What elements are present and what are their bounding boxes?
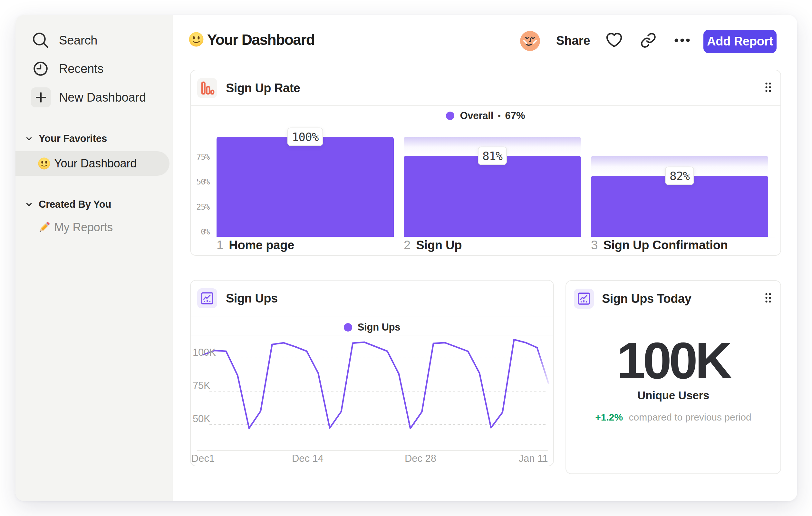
line-x-axis xyxy=(197,450,548,451)
funnel-step-name: Sign Up xyxy=(416,238,462,252)
funnel-step-label: 1Home page xyxy=(216,238,294,252)
line-chart-card: Sign Ups Sign Ups 100K75K50KDec1Dec 14De… xyxy=(190,280,554,466)
sidebar-item-label: Search xyxy=(59,33,97,47)
more-options-icon[interactable] xyxy=(673,32,691,49)
funnel-value-tooltip: 82% xyxy=(665,166,694,185)
line-x-tick: Dec1 xyxy=(192,453,214,464)
funnel-value-tooltip: 81% xyxy=(478,146,507,165)
avatar[interactable] xyxy=(520,31,540,51)
signups-series-line xyxy=(203,340,537,428)
metric-delta-row: +1.2% compared to previous period xyxy=(566,412,780,423)
metric-delta-value: +1.2% xyxy=(595,412,623,423)
funnel-baseline xyxy=(211,237,775,237)
smiley-emoji xyxy=(36,156,52,171)
sidebar-section-created-by-you[interactable]: Created By You xyxy=(16,195,173,214)
pencil-emoji xyxy=(36,219,52,236)
smiley-emoji xyxy=(189,32,203,46)
sidebar-item-label: New Dashboard xyxy=(59,91,146,105)
sidebar-section-title: Created By You xyxy=(39,199,111,210)
funnel-value-tooltip: 100% xyxy=(287,128,323,146)
line-y-tick: 50K xyxy=(193,413,210,425)
share-button[interactable]: Share xyxy=(556,34,590,48)
app-window: Search Recents New Dashboard Your Favori… xyxy=(16,15,797,501)
sidebar-item-my-reports[interactable]: My Reports xyxy=(16,215,170,240)
line-y-tick: 75K xyxy=(193,380,210,391)
funnel-step-label: 2Sign Up xyxy=(404,238,462,252)
funnel-card: Sign Up Rate Overall • 67% 75%50%25%0%10… xyxy=(190,70,781,256)
sidebar: Search Recents New Dashboard Your Favori… xyxy=(16,15,173,501)
drag-handle-icon[interactable] xyxy=(762,291,775,306)
metric-delta-note: compared to previous period xyxy=(629,412,751,423)
funnel-chart: 75%50%25%0%100%81%82%1Home page2Sign Up3… xyxy=(191,70,780,255)
chevron-down-icon xyxy=(25,135,33,142)
funnel-step-label: 3Sign Up Confirmation xyxy=(591,238,728,252)
chevron-down-icon xyxy=(25,200,33,208)
plus-icon xyxy=(31,87,51,107)
page-title: Your Dashboard xyxy=(207,31,315,48)
line-x-tick: Dec 14 xyxy=(292,453,323,464)
page-header: Your Dashboard Share xyxy=(173,15,797,62)
funnel-step-number: 2 xyxy=(404,238,410,252)
signups-line-chart: 100K75K50KDec1Dec 14Dec 28Jan 11 xyxy=(191,280,553,466)
sidebar-item-new-dashboard[interactable]: New Dashboard xyxy=(16,87,173,108)
main-area: Your Dashboard Share xyxy=(173,15,797,501)
clock-icon xyxy=(32,60,49,77)
signups-series-line-projection xyxy=(537,348,549,383)
sidebar-section-title: Your Favorites xyxy=(39,133,107,144)
copy-link-icon[interactable] xyxy=(640,32,656,48)
metric-card: Sign Ups Today 100K Unique Users +1.2% c… xyxy=(566,280,781,474)
sidebar-item-label: My Reports xyxy=(54,221,113,234)
line-x-tick: Jan 11 xyxy=(519,453,548,464)
sidebar-item-search[interactable]: Search xyxy=(16,30,173,51)
card-title: Sign Ups Today xyxy=(602,292,691,306)
sidebar-item-your-dashboard[interactable]: Your Dashboard xyxy=(16,151,170,176)
funnel-y-tick: 50% xyxy=(196,177,209,186)
sidebar-section-your-favorites[interactable]: Your Favorites xyxy=(16,130,173,148)
sidebar-item-label: Recents xyxy=(59,62,104,76)
line-y-tick: 100K xyxy=(193,347,216,358)
funnel-step-number: 1 xyxy=(216,238,223,252)
metric-subtitle: Unique Users xyxy=(566,389,780,402)
sidebar-item-label: Your Dashboard xyxy=(54,157,137,170)
funnel-y-tick: 0% xyxy=(201,227,209,236)
favorite-heart-icon[interactable] xyxy=(605,32,623,49)
funnel-y-tick: 25% xyxy=(196,202,209,211)
line-x-tick: Dec 28 xyxy=(405,453,436,464)
funnel-bar[interactable] xyxy=(216,137,394,237)
funnel-step-name: Sign Up Confirmation xyxy=(603,238,728,252)
funnel-step-name: Home page xyxy=(229,238,294,252)
funnel-step-number: 3 xyxy=(591,238,598,252)
sidebar-item-recents[interactable]: Recents xyxy=(16,58,173,79)
funnel-bar[interactable] xyxy=(404,156,581,237)
add-report-button[interactable]: Add Report xyxy=(703,30,777,53)
funnel-y-tick: 75% xyxy=(196,152,209,161)
search-icon xyxy=(32,32,49,49)
metric-value: 100K xyxy=(566,331,780,390)
line-chart-icon xyxy=(574,289,594,309)
